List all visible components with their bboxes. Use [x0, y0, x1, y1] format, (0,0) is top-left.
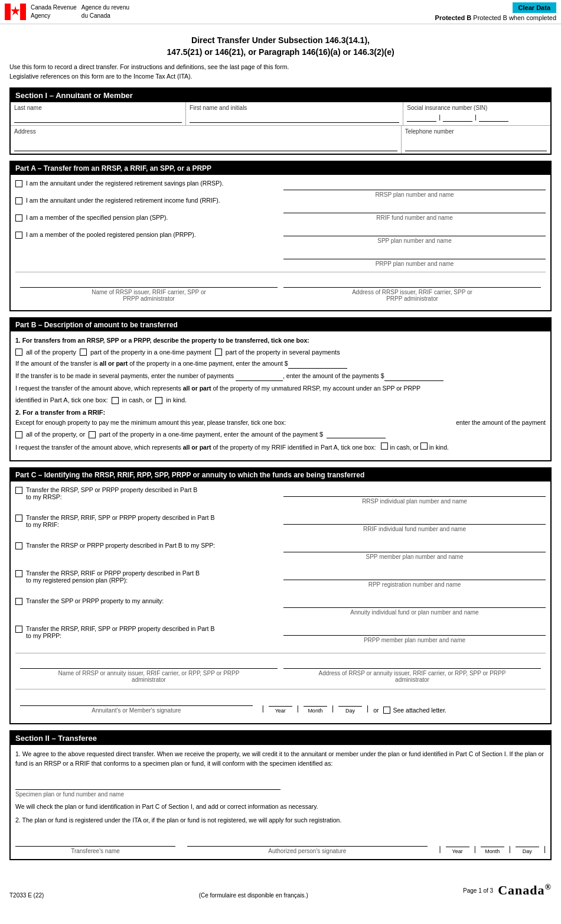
- rrsp-checkbox[interactable]: [15, 180, 22, 187]
- prpp-checkbox[interactable]: [15, 232, 22, 239]
- agency-name-fr: Agence du revenu: [81, 4, 129, 11]
- telephone-cell: Telephone number: [402, 126, 550, 154]
- annuity-input[interactable]: [283, 597, 546, 608]
- prpp-plan-label: PRPP plan number and name: [283, 261, 546, 267]
- specimen-plan-input[interactable]: [15, 778, 280, 790]
- rpp-reg-input[interactable]: [283, 570, 546, 580]
- rrif-check-row: all of the property, or part of the prop…: [15, 430, 546, 438]
- prpp-member-input[interactable]: [283, 625, 546, 636]
- all-rrif-checkbox[interactable]: [15, 431, 22, 438]
- first-name-input[interactable]: [190, 113, 399, 123]
- transferee-name-input[interactable]: [15, 835, 175, 847]
- rrif-label: I am the annuitant under the registered …: [26, 197, 278, 204]
- num-payments-field[interactable]: [236, 373, 283, 381]
- amount-field-2[interactable]: [384, 373, 443, 381]
- clear-data-button[interactable]: Clear Data: [513, 2, 556, 13]
- section2-box: Section II – Transferee 1. We agree to t…: [9, 730, 552, 860]
- except-text: Except for enough property to pay me the…: [15, 418, 546, 428]
- top-bar: Canada RevenueAgency Agence du revenudu …: [0, 0, 561, 24]
- see-attached-checkbox[interactable]: [383, 707, 390, 714]
- q2-label: 2. For a transfer from a RRIF:: [15, 409, 546, 416]
- rpp-transfer-row: Transfer the RRSP, RRIF or PRPP property…: [15, 570, 546, 593]
- sin-seg2[interactable]: [443, 112, 472, 122]
- day-seg: Day: [338, 698, 362, 714]
- prpp-plan-input[interactable]: [283, 249, 546, 259]
- rrif-checkbox[interactable]: [15, 197, 22, 204]
- month-label: Month: [308, 708, 322, 714]
- issuer-address-label: Address of RRSP issuer, RRIF carrier, SP…: [283, 289, 541, 302]
- several-checkbox[interactable]: [215, 349, 222, 356]
- month-input[interactable]: [304, 698, 327, 707]
- amount-field-1[interactable]: [288, 360, 347, 369]
- day-input[interactable]: [338, 698, 362, 707]
- kind-rrif-label: in kind.: [429, 444, 449, 451]
- in-kind-label: in kind.: [166, 396, 187, 404]
- spp-member-input[interactable]: [283, 542, 546, 552]
- rrsp-plan-field: RRSP plan number and name: [283, 180, 546, 198]
- in-kind-checkbox[interactable]: [155, 397, 162, 404]
- issuer-name-input[interactable]: [20, 276, 278, 288]
- rrsp-ind-input[interactable]: [283, 486, 546, 497]
- enter-amount-label: enter the amount of the payment: [456, 418, 546, 428]
- part-b-box: Part B – Description of amount to be tra…: [9, 317, 552, 462]
- see-attached-label: See attached letter.: [393, 707, 446, 714]
- rrif-transfer-checkbox[interactable]: [15, 515, 22, 522]
- authorized-sig-label: Authorized person's signature: [187, 848, 428, 854]
- rrsp-issuer-address-label: Address of RRSP or annuity issuer, RRIF …: [283, 670, 541, 683]
- rrif-amount-field[interactable]: [327, 430, 386, 438]
- sin-seg1[interactable]: [407, 112, 436, 122]
- annuity-transfer-label: Transfer the SPP or PRPP property to my …: [26, 597, 278, 604]
- all-property-checkbox[interactable]: [15, 349, 22, 356]
- in-cash-checkbox[interactable]: [112, 397, 119, 404]
- or-text: or: [373, 707, 379, 714]
- spp-checkbox[interactable]: [15, 214, 22, 222]
- spp-transfer-label: Transfer the RRSP or PRPP property descr…: [26, 542, 278, 549]
- address-input[interactable]: [14, 142, 397, 151]
- section2-header: Section II – Transferee: [11, 731, 550, 745]
- s2-month-input[interactable]: [481, 839, 504, 847]
- request-transfer-text: I request the transfer of the amount abo…: [15, 384, 546, 393]
- rrif-check-row: I am the annuitant under the registered …: [15, 197, 278, 204]
- rrsp-issuer-address-input[interactable]: [283, 657, 541, 669]
- rrsp-issuer-name-input[interactable]: [20, 657, 278, 669]
- rrif-ind-input[interactable]: [283, 514, 546, 525]
- s2-day-input[interactable]: [516, 839, 539, 847]
- part-a-content: I am the annuitant under the registered …: [11, 175, 550, 310]
- year-input[interactable]: [269, 698, 292, 707]
- rrsp-transfer-checkbox[interactable]: [15, 487, 22, 494]
- part-rrif-checkbox[interactable]: [89, 431, 96, 438]
- rpp-transfer-checkbox[interactable]: [15, 570, 22, 577]
- kind-rrif-checkbox[interactable]: [420, 443, 428, 450]
- identified-text: identified in Part A, tick one box:: [15, 396, 108, 404]
- rrif-fund-input[interactable]: [283, 203, 546, 213]
- cash-rrif-checkbox[interactable]: [381, 443, 388, 450]
- rrsp-check-row: I am the annuitant under the registered …: [15, 180, 278, 187]
- prpp-transfer-checkbox[interactable]: [15, 626, 22, 633]
- rrsp-plan-input[interactable]: [283, 180, 546, 190]
- annuity-transfer-checkbox[interactable]: [15, 598, 22, 605]
- spp-transfer-checkbox[interactable]: [15, 542, 22, 549]
- part-c-name-address-row: Name of RRSP or annuity issuer, RRIF car…: [15, 653, 546, 687]
- s2-year-input[interactable]: [446, 839, 469, 847]
- part-a-two-col: I am the annuitant under the registered …: [15, 180, 546, 272]
- sin-seg3[interactable]: [479, 112, 508, 122]
- annuitant-sig-input[interactable]: [20, 694, 253, 706]
- issuer-address-input[interactable]: [283, 276, 541, 288]
- spp-label: I am a member of the specified pension p…: [26, 214, 278, 221]
- transferee-sig-row: Transferee's name Authorized person's si…: [15, 835, 546, 854]
- last-name-input[interactable]: [14, 113, 182, 123]
- authorized-sig-input[interactable]: [187, 835, 428, 847]
- rpp-transfer-left: Transfer the RRSP, RRIF or PRPP property…: [15, 570, 278, 587]
- prpp-member-label: PRPP member plan number and name: [283, 637, 546, 643]
- spp-plan-input[interactable]: [283, 226, 546, 236]
- in-cash-label: in cash, or: [122, 396, 152, 404]
- one-time-checkbox[interactable]: [80, 349, 87, 356]
- agency-text-fr: Agence du revenudu Canada: [81, 4, 129, 20]
- rpp-reg-label: RPP registration number and name: [283, 581, 546, 588]
- part-a-box: Part A – Transfer from an RRSP, a RRIF, …: [9, 161, 552, 311]
- s2-month-label: Month: [485, 848, 500, 854]
- logo-area: Canada RevenueAgency Agence du revenudu …: [5, 4, 129, 20]
- footer-right: Page 1 of 3 Canada®: [463, 883, 552, 898]
- issuer-name-cell: Name of RRSP issuer, RRIF carrier, SPP o…: [20, 276, 278, 302]
- telephone-input[interactable]: [405, 142, 547, 151]
